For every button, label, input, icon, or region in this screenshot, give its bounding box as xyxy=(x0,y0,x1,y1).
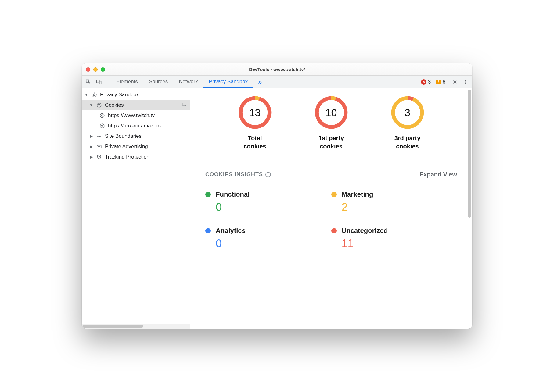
svg-point-9 xyxy=(97,103,101,107)
warning-icon: ! xyxy=(436,80,441,84)
sandbox-icon xyxy=(91,92,98,98)
insight-name: Analytics xyxy=(216,227,246,235)
tree-label: Cookies xyxy=(105,102,124,108)
svg-rect-2 xyxy=(99,81,101,84)
settings-button[interactable] xyxy=(451,78,459,86)
insights-heading: COOKIES INSIGHTS xyxy=(205,171,263,178)
main-panel: 13 Totalcookies 10 1st xyxy=(190,88,472,329)
tree-label: Privacy Sandbox xyxy=(100,92,139,98)
color-swatch xyxy=(331,228,337,233)
tab-privacy-sandbox[interactable]: Privacy Sandbox xyxy=(203,76,254,88)
panel-body: ▼ Privacy Sandbox ▼ Cookies xyxy=(82,88,472,329)
more-options-button[interactable] xyxy=(461,78,470,86)
chevron-down-icon: ▼ xyxy=(84,93,88,97)
scrollbar-thumb[interactable] xyxy=(82,325,143,328)
tree-item-private-advertising[interactable]: ▶ Private Advertising xyxy=(82,141,190,152)
ring-chart: 3 xyxy=(391,96,424,129)
cookie-icon xyxy=(99,123,106,129)
window-controls xyxy=(86,67,105,72)
tab-sources[interactable]: Sources xyxy=(143,76,173,88)
panel-tabs: Elements Sources Network Privacy Sandbox xyxy=(111,76,253,88)
tree-item-cookies[interactable]: ▼ Cookies xyxy=(82,100,190,110)
tree-item-cookie-origin[interactable]: https://aax-eu.amazon- xyxy=(82,121,190,131)
insight-value: 11 xyxy=(331,237,454,250)
info-icon[interactable]: i xyxy=(265,172,271,177)
tree-label: Private Advertising xyxy=(105,144,148,150)
tree-item-cookie-origin[interactable]: https://www.twitch.tv xyxy=(82,110,190,121)
insights-header: COOKIES INSIGHTS i Expand View xyxy=(190,158,472,184)
tree-item-tracking-protection[interactable]: ▶ Tracking Protection xyxy=(82,152,190,162)
chevron-right-icon: ▶ xyxy=(89,134,93,138)
close-window-button[interactable] xyxy=(86,67,90,72)
svg-point-17 xyxy=(102,116,103,117)
expand-view-button[interactable]: Expand View xyxy=(419,171,457,178)
insight-name: Uncategorized xyxy=(342,227,388,235)
errors-counter[interactable]: ✕ 3 xyxy=(421,79,431,85)
chevron-right-icon: ▶ xyxy=(89,144,93,149)
main-vertical-scrollbar[interactable] xyxy=(467,90,472,327)
insights-grid: Functional 0 Marketing 2 Analytics xyxy=(190,184,472,265)
cookie-icon xyxy=(99,113,106,118)
svg-point-20 xyxy=(103,125,103,126)
tab-network[interactable]: Network xyxy=(173,76,203,88)
svg-point-10 xyxy=(98,105,99,105)
ring-chart: 13 xyxy=(238,96,272,129)
tree-label: Tracking Protection xyxy=(105,154,149,160)
chevron-right-icon: ▶ xyxy=(89,155,93,159)
tree-item-site-boundaries[interactable]: ▶ Site Boundaries xyxy=(82,131,190,141)
svg-rect-13 xyxy=(182,103,185,105)
tree-label: https://www.twitch.tv xyxy=(108,112,155,119)
window-title: DevTools - www.twitch.tv/ xyxy=(82,67,472,72)
svg-point-21 xyxy=(102,127,103,127)
svg-point-12 xyxy=(99,106,99,106)
shield-icon xyxy=(96,154,103,160)
svg-point-8 xyxy=(94,94,95,95)
svg-point-19 xyxy=(101,125,102,126)
tree-item-privacy-sandbox[interactable]: ▼ Privacy Sandbox xyxy=(82,90,190,100)
boundaries-icon xyxy=(96,134,103,139)
insight-value: 2 xyxy=(331,201,454,214)
tab-elements[interactable]: Elements xyxy=(111,76,143,88)
insight-card-marketing[interactable]: Marketing 2 xyxy=(331,184,457,220)
color-swatch xyxy=(205,228,211,233)
ring-first-party-cookies: 10 1st partycookies xyxy=(304,96,359,151)
warnings-counter[interactable]: ! 6 xyxy=(436,79,445,85)
svg-point-6 xyxy=(465,83,466,84)
insight-value: 0 xyxy=(205,201,328,214)
color-swatch xyxy=(331,192,337,197)
devtools-window: DevTools - www.twitch.tv/ Elements Sourc… xyxy=(82,63,472,329)
svg-rect-0 xyxy=(86,80,89,82)
ring-third-party-cookies: 3 3rd partycookies xyxy=(380,96,435,151)
error-icon: ✕ xyxy=(421,79,426,85)
svg-point-22 xyxy=(99,136,100,137)
insight-value: 0 xyxy=(205,237,328,250)
svg-point-3 xyxy=(455,81,456,83)
tree-label: Site Boundaries xyxy=(105,133,142,139)
sidebar-tree: ▼ Privacy Sandbox ▼ Cookies xyxy=(82,88,190,163)
scrollbar-thumb[interactable] xyxy=(468,90,471,218)
insight-card-analytics[interactable]: Analytics 0 xyxy=(205,220,331,256)
inspect-icon[interactable] xyxy=(182,102,187,108)
sidebar: ▼ Privacy Sandbox ▼ Cookies xyxy=(82,88,190,329)
cookie-icon xyxy=(96,102,103,108)
chevron-down-icon: ▼ xyxy=(89,103,93,107)
sidebar-horizontal-scrollbar[interactable] xyxy=(82,324,190,329)
warnings-count: 6 xyxy=(443,79,445,85)
svg-point-15 xyxy=(101,115,102,116)
ring-chart: 10 xyxy=(315,96,348,129)
titlebar: DevTools - www.twitch.tv/ xyxy=(82,63,472,76)
more-tabs-button[interactable]: » xyxy=(255,78,265,86)
errors-count: 3 xyxy=(428,79,431,85)
insight-card-uncategorized[interactable]: Uncategorized 11 xyxy=(331,220,457,256)
tree-label: https://aax-eu.amazon- xyxy=(108,123,161,129)
insight-card-functional[interactable]: Functional 0 xyxy=(205,184,331,220)
insight-name: Marketing xyxy=(342,191,373,198)
cookie-summary-rings: 13 Totalcookies 10 1st xyxy=(190,88,472,158)
device-toolbar-icon[interactable] xyxy=(95,78,103,86)
svg-point-11 xyxy=(99,104,100,105)
inspect-element-icon[interactable] xyxy=(84,78,93,86)
zoom-window-button[interactable] xyxy=(101,67,105,72)
ring-label: Totalcookies xyxy=(243,134,266,151)
minimize-window-button[interactable] xyxy=(93,67,98,72)
color-swatch xyxy=(205,192,211,197)
